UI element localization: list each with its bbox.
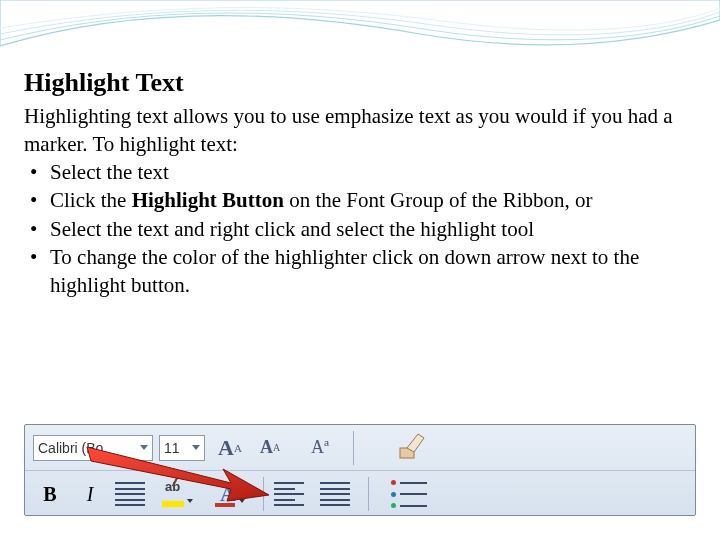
intro-text: Highlighting text allows you to use emph… [24, 102, 696, 158]
list-item: Select the text [24, 158, 696, 186]
chevron-down-icon[interactable] [239, 499, 245, 503]
highlight-button[interactable]: ab [159, 477, 193, 511]
align-button[interactable] [320, 482, 350, 506]
italic-button[interactable]: I [75, 479, 105, 509]
highlight-color-swatch [162, 501, 184, 507]
separator [263, 477, 264, 511]
separator [368, 477, 369, 511]
separator [353, 431, 354, 465]
align-button[interactable] [274, 482, 304, 506]
shrink-font-button[interactable]: AA [255, 433, 285, 463]
list-item: To change the color of the highlighter c… [24, 243, 696, 299]
font-color-button[interactable]: A [211, 479, 245, 509]
bullet-list: Select the text Click the Highlight Butt… [24, 158, 696, 299]
chevron-down-icon [140, 445, 148, 450]
list-item: Click the Highlight Button on the Font G… [24, 186, 696, 214]
chevron-down-icon[interactable] [187, 499, 193, 503]
ribbon-font-group-screenshot: Calibri (Bo 11 AA AA Aª B I [24, 424, 696, 516]
underline-button[interactable] [115, 482, 145, 506]
grow-font-button[interactable]: AA [215, 433, 245, 463]
font-size-value: 11 [164, 440, 180, 456]
slide-title: Highlight Text [24, 68, 696, 98]
bulleted-list-button[interactable] [391, 480, 427, 508]
font-size-dropdown[interactable]: 11 [159, 435, 205, 461]
letter-a-icon: A [260, 437, 273, 458]
clear-formatting-button[interactable] [394, 430, 428, 466]
font-name-dropdown[interactable]: Calibri (Bo [33, 435, 153, 461]
font-name-value: Calibri (Bo [38, 440, 103, 456]
bold-button[interactable]: B [35, 479, 65, 509]
chevron-down-icon [192, 445, 200, 450]
letter-a-icon: Aª [311, 437, 329, 458]
letter-a-icon: A [218, 435, 234, 461]
slide-content: Highlight Text Highlighting text allows … [0, 0, 720, 299]
font-color-swatch [215, 503, 235, 507]
highlight-button-label: Highlight Button [132, 188, 284, 212]
list-item: Select the text and right click and sele… [24, 215, 696, 243]
change-case-button[interactable]: Aª [305, 433, 335, 463]
eraser-brush-icon [394, 430, 428, 466]
